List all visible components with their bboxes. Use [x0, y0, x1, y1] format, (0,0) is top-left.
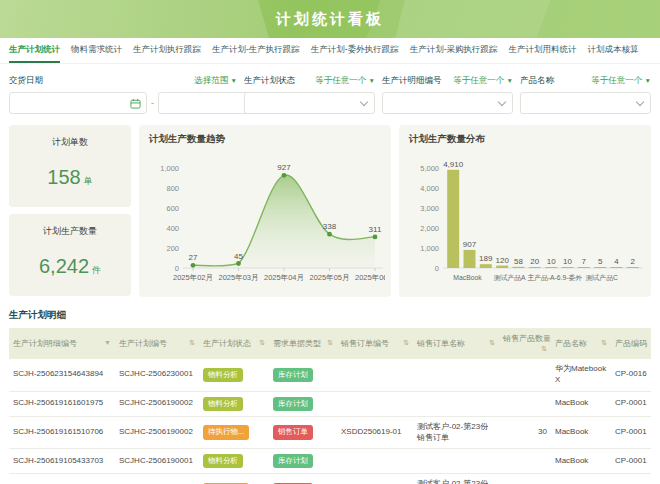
plan-status-select[interactable]: [244, 92, 375, 114]
svg-text:2: 2: [631, 257, 636, 266]
status-badge: 库存计划: [273, 368, 313, 382]
cell-demand-doc-type: 库存计划: [269, 359, 337, 391]
table-row[interactable]: SCJH-250623154643894SCJHC-2506230001物料分析…: [9, 359, 651, 391]
tab-7[interactable]: 计划成本核算: [588, 38, 639, 63]
status-badge: 库存计划: [273, 454, 313, 468]
sort-icon[interactable]: ⇅: [541, 344, 547, 354]
cell-plan-no: SCJHC-2506190001: [115, 474, 199, 484]
sort-icon[interactable]: ⇅: [327, 338, 333, 348]
tab-0[interactable]: 生产计划统计: [9, 38, 60, 63]
cell-plan-no: SCJHC-2506230001: [115, 359, 199, 391]
svg-text:测试产品C: 测试产品C: [586, 274, 618, 282]
status-badge: 库存计划: [273, 397, 313, 411]
tab-2[interactable]: 生产计划执行跟踪: [133, 38, 201, 63]
equals-any-operator-dropdown[interactable]: 等于任意一个 ▼: [591, 75, 651, 87]
cell-plan-no: SCJHC-2506190002: [115, 416, 199, 449]
filter-label: 生产计明细编号: [382, 75, 442, 87]
dashboard-screen: 计划统计看板 生产计划统计物料需求统计生产计划执行跟踪生产计划-生产执行跟踪生产…: [0, 0, 660, 484]
page-title: 计划统计看板: [276, 10, 384, 29]
chart-title: 计划生产数量趋势: [149, 133, 387, 146]
stat-value: 158单: [9, 166, 131, 189]
plan-detail-no-select[interactable]: [382, 92, 513, 114]
filter-product-name: 产品名称 等于任意一个 ▼: [520, 75, 651, 114]
filter-plan-detail-no: 生产计明细编号 等于任意一个 ▼: [382, 75, 513, 114]
range-operator-dropdown[interactable]: 选择范围 ▼: [194, 75, 237, 87]
plan-detail-table: 生产计划明细编号▼生产计划编号⇅生产计划状态⇅需求单据类型⇅销售订单编号⇅销售订…: [9, 328, 651, 484]
cell-sales-order-no: [337, 449, 413, 474]
equals-any-operator-dropdown[interactable]: 等于任意一个 ▼: [453, 75, 513, 87]
column-header-4[interactable]: 销售订单编号⇅: [337, 328, 413, 359]
svg-text:测试产品A: 测试产品A: [494, 274, 526, 282]
cell-product-name: MacBook: [551, 449, 611, 474]
cell-sales-order-name: [413, 391, 499, 416]
sort-icon[interactable]: ⇅: [601, 338, 607, 348]
product-name-select[interactable]: [520, 92, 651, 114]
date-from-input[interactable]: [15, 97, 130, 109]
cell-sales-order-name: [413, 449, 499, 474]
cell-plan-status: 物料分析: [199, 449, 269, 474]
sort-icon[interactable]: ⇅: [259, 338, 265, 348]
sort-icon[interactable]: ⇅: [403, 338, 409, 348]
svg-text:4: 4: [614, 257, 619, 266]
svg-text:2025年06月: 2025年06月: [355, 273, 385, 282]
stat-card-plan-count: 计划单数 158单: [9, 125, 131, 207]
filter-label: 生产计划状态: [244, 75, 295, 87]
cell-plan-status: 物料分析: [199, 359, 269, 391]
status-badge: 物料分析: [203, 368, 243, 382]
svg-text:27: 27: [189, 253, 198, 262]
column-header-1[interactable]: 生产计划编号⇅: [115, 328, 199, 359]
sort-icon[interactable]: ⇅: [489, 338, 495, 348]
svg-text:907: 907: [463, 240, 477, 249]
table-row[interactable]: SCJH-250619105433703SCJHC-2506190001物料分析…: [9, 449, 651, 474]
cell-plan-detail-no: SCJH-250619105433703: [9, 449, 115, 474]
equals-any-operator-dropdown[interactable]: 等于任意一个 ▼: [315, 75, 375, 87]
chevron-down-icon: ▼: [231, 77, 237, 84]
column-header-7[interactable]: 产品名称⇅: [551, 328, 611, 359]
chevron-down-icon: [498, 97, 506, 105]
calendar-icon[interactable]: [130, 98, 141, 109]
table-row[interactable]: SCJH-2506191053376SCJHC-2506190001待执行物..…: [9, 474, 651, 484]
svg-text:0: 0: [175, 264, 179, 273]
column-header-5[interactable]: 销售订单名称⇅: [413, 328, 499, 359]
chevron-down-icon: [636, 97, 644, 105]
svg-text:2,000: 2,000: [420, 224, 439, 233]
cell-product-code: CP-0016: [611, 359, 651, 391]
cell-sales-qty: [499, 391, 551, 416]
column-header-6[interactable]: 销售产品数量⇅: [499, 328, 551, 359]
table-row[interactable]: SCJH-250619161601975SCJHC-2506190002物料分析…: [9, 391, 651, 416]
table-row[interactable]: SCJH-250619161510706SCJHC-2506190002待执行物…: [9, 416, 651, 449]
stat-cards: 计划单数 158单 计划生产数量 6,242件: [9, 125, 131, 297]
cell-product-name: 华为Matebook X: [551, 359, 611, 391]
svg-text:5: 5: [598, 257, 603, 266]
status-badge: 物料分析: [203, 397, 243, 411]
svg-text:338: 338: [323, 222, 337, 231]
cell-plan-no: SCJHC-2506190002: [115, 391, 199, 416]
sort-dropdown-icon[interactable]: ▼: [104, 338, 111, 348]
tab-1[interactable]: 物料需求统计: [71, 38, 122, 63]
stat-card-plan-qty: 计划生产数量 6,242件: [9, 214, 131, 296]
svg-text:189: 189: [479, 254, 493, 263]
column-header-8: 产品编码: [611, 328, 651, 359]
tab-5[interactable]: 生产计划-采购执行跟踪: [410, 38, 498, 63]
tab-6[interactable]: 生产计划用料统计: [509, 38, 577, 63]
column-header-0[interactable]: 生产计划明细编号▼: [9, 328, 115, 359]
svg-text:4,910: 4,910: [443, 160, 464, 169]
column-header-2[interactable]: 生产计划状态⇅: [199, 328, 269, 359]
date-from-field[interactable]: [9, 92, 147, 114]
sort-icon[interactable]: ⇅: [189, 338, 195, 348]
cell-plan-detail-no: SCJH-250619161601975: [9, 391, 115, 416]
svg-text:4,000: 4,000: [420, 184, 439, 193]
distribution-chart-panel: 计划生产数量分布 01,0002,0003,0004,0005,0004,910…: [399, 125, 651, 297]
cell-demand-doc-type: 销售订单: [269, 474, 337, 484]
trend-area-chart: 02004006008001,0002025年02月2025年03月2025年0…: [145, 148, 385, 296]
tab-4[interactable]: 生产计划-委外执行跟踪: [311, 38, 399, 63]
cell-sales-qty: 30: [499, 416, 551, 449]
column-header-3[interactable]: 需求单据类型⇅: [269, 328, 337, 359]
distribution-bar-chart: 01,0002,0003,0004,0005,0004,910907189120…: [405, 148, 645, 296]
tab-3[interactable]: 生产计划-生产执行跟踪: [212, 38, 300, 63]
chart-title: 计划生产数量分布: [409, 133, 647, 146]
cell-plan-status: 待执行物...: [199, 474, 269, 484]
cell-plan-detail-no: SCJH-250619161510706: [9, 416, 115, 449]
cell-sales-order-name: 测试客户-02-第23份销售订单: [413, 474, 499, 484]
filter-label: 产品名称: [520, 75, 554, 87]
